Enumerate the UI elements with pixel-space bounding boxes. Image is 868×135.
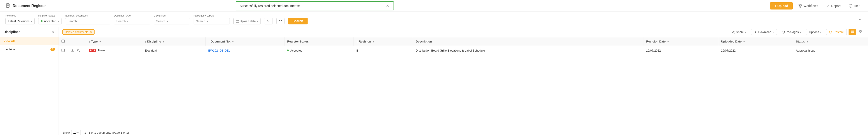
description-header[interactable]: Description	[413, 37, 644, 46]
calendar-icon	[236, 20, 239, 23]
row-download-icon-btn[interactable]	[70, 48, 74, 53]
disciplines-chevron	[167, 20, 168, 23]
show-chevron	[78, 131, 79, 134]
report-button[interactable]: Report	[824, 3, 843, 9]
svg-rect-3	[800, 6, 801, 7]
doc-type-chevron	[127, 20, 128, 23]
notes-link[interactable]: Notes	[98, 49, 105, 52]
grid-view-button[interactable]	[857, 29, 864, 35]
search-btn-group: _ Search	[288, 14, 308, 25]
revisions-value: Latest Revisions	[8, 20, 29, 23]
reset-filter-group: _	[276, 14, 284, 24]
show-dropdown-btn[interactable]: 10	[71, 130, 81, 135]
status-sort-icon: ▾	[807, 40, 808, 43]
document-area: Deleted documents ✕ Share	[59, 27, 868, 135]
revisions-filter: Revisions Latest Revisions	[5, 14, 35, 25]
doc-no-filter-icon: ▾	[232, 40, 234, 43]
number-desc-input[interactable]	[65, 18, 111, 25]
filter-options-group: _	[264, 14, 273, 25]
revision-filter-icon: ▾	[373, 40, 374, 43]
select-all-checkbox[interactable]	[62, 40, 65, 43]
notification-banner: Successfully restored selected documents…	[236, 1, 394, 10]
row-register-status-cell: Accepted	[284, 46, 354, 55]
svg-point-8	[850, 6, 851, 7]
upload-date-btn[interactable]: Upload date	[234, 18, 260, 25]
download-button[interactable]: Download	[751, 29, 777, 35]
restore-icon	[829, 31, 832, 34]
list-view-button[interactable]	[848, 29, 856, 35]
revision-header[interactable]: ↑ Revision ▾	[354, 37, 413, 46]
doc-no-header[interactable]: ↑ Document No. ▾	[206, 37, 284, 46]
register-status-dot-icon	[287, 49, 289, 51]
register-status-dropdown[interactable]: Accepted	[38, 18, 61, 25]
sidebar-view-all-label: View All	[4, 39, 15, 43]
number-desc-filter: Number / description	[65, 14, 111, 25]
revision-date-header[interactable]: Revision Date ▾	[644, 37, 718, 46]
share-button[interactable]: Share	[729, 29, 749, 35]
discipline-header[interactable]: ↑ Discipline ▾	[142, 37, 206, 46]
revisions-chevron	[31, 20, 32, 23]
notification-text: Successfully restored selected documents…	[240, 4, 300, 8]
row-description-value: Distribution Board Grille Elevations & L…	[416, 49, 485, 52]
filter-options-btn[interactable]	[264, 18, 273, 25]
status-header[interactable]: Status ▾	[793, 37, 868, 46]
row-search-icon-btn[interactable]	[76, 48, 81, 53]
view-toggle	[848, 29, 864, 35]
type-filter-icon: ▾	[99, 40, 101, 43]
sidebar-item-electrical[interactable]: Electrical 1	[0, 45, 59, 54]
upload-button[interactable]: + Upload	[770, 2, 793, 9]
row-revision-cell: B	[354, 46, 413, 55]
register-status-filter: Register Status Accepted	[38, 14, 61, 25]
packages-button[interactable]: Packages	[779, 29, 804, 35]
svg-rect-9	[236, 20, 239, 22]
workflows-icon	[799, 4, 802, 8]
sidebar-item-view-all[interactable]: View All	[0, 37, 59, 45]
document-type-dropdown[interactable]: Search	[114, 18, 150, 25]
notes-label: Notes	[98, 49, 105, 52]
uploaded-date-header[interactable]: Uploaded Date ▾	[718, 37, 793, 46]
row-doc-no-value[interactable]: EW102_DB-DEL	[208, 49, 230, 52]
svg-rect-2	[801, 4, 802, 5]
row-type-cell: PDF Notes	[86, 46, 142, 55]
list-view-icon	[851, 30, 854, 33]
help-icon	[849, 4, 852, 8]
sidebar-collapse-btn[interactable]: »	[51, 30, 55, 34]
reset-icon	[279, 20, 282, 23]
search-button[interactable]: Search	[288, 18, 308, 25]
options-button[interactable]: Options	[806, 29, 825, 35]
register-status-value: Accepted	[287, 49, 351, 52]
row-checkbox-cell	[59, 46, 68, 55]
row-revision-value: B	[356, 49, 359, 52]
help-label: Help	[854, 4, 860, 8]
svg-rect-6	[829, 5, 829, 7]
show-label: Show	[62, 131, 70, 134]
workflows-label: Workflows	[804, 4, 818, 8]
register-status-label: Register Status	[38, 14, 61, 17]
options-chevron	[820, 30, 822, 34]
type-col-label: Type	[91, 40, 98, 43]
row-description-cell: Distribution Board Grille Elevations & L…	[413, 46, 644, 55]
report-icon	[826, 4, 830, 8]
reset-filter-btn[interactable]	[276, 18, 284, 24]
share-chevron	[745, 30, 746, 34]
packages-btn-chevron	[800, 30, 801, 34]
restore-label: Restore	[833, 30, 844, 34]
upload-date-text: Upload date	[240, 20, 256, 23]
deleted-tag-close-icon[interactable]: ✕	[90, 30, 92, 34]
sliders-icon	[267, 19, 270, 23]
status-dot-icon	[41, 20, 42, 22]
row-checkbox[interactable]	[62, 48, 65, 52]
revisions-dropdown[interactable]: Latest Revisions	[5, 18, 35, 25]
help-button[interactable]: Help	[846, 3, 863, 9]
close-icon[interactable]: ✕	[385, 4, 390, 8]
svg-rect-18	[859, 32, 860, 33]
workflows-button[interactable]: Workflows	[796, 3, 820, 9]
packages-labels-dropdown[interactable]: Search	[194, 18, 230, 25]
doc-no-sort-icon: ↑	[208, 40, 210, 43]
restore-button[interactable]: Restore	[826, 29, 847, 35]
disciplines-dropdown[interactable]: Search	[154, 18, 190, 25]
register-status-header[interactable]: Register Status	[284, 37, 354, 46]
show-select: Show 10	[62, 130, 81, 135]
type-header[interactable]: ↑ Type ▾	[86, 37, 142, 46]
collapse-filters-btn[interactable]: ▲	[857, 16, 863, 22]
